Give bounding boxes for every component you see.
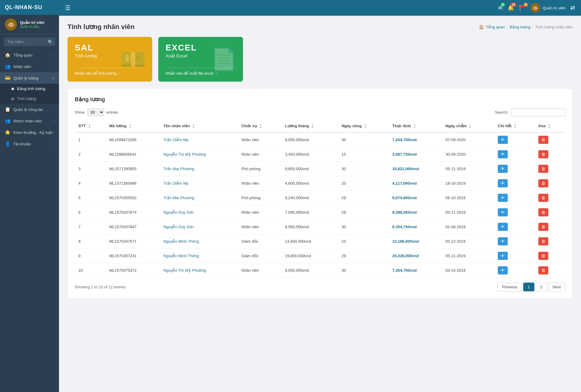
chevron-right-icon: › bbox=[53, 108, 54, 111]
delete-button[interactable]: 🗑 bbox=[538, 150, 548, 158]
cell-ngay-cong: 30 bbox=[338, 132, 389, 147]
cell-chi-tiet[interactable]: 👁 bbox=[494, 162, 535, 176]
view-button[interactable]: 👁 bbox=[498, 237, 508, 245]
content: Tính lương nhân viên 🏠 Tổng quan › Bảng … bbox=[59, 16, 581, 392]
cell-xoa[interactable]: 🗑 bbox=[535, 191, 565, 205]
cell-xoa[interactable]: 🗑 bbox=[535, 234, 565, 249]
cell-chi-tiet[interactable]: 👁 bbox=[494, 132, 535, 147]
salary-table: STT ▲▼ Mã lương ▲▼ Tên nhân viên ▲▼ Chức… bbox=[75, 121, 565, 278]
delete-button[interactable]: 🗑 bbox=[538, 194, 548, 202]
wallet-icon: 💳 bbox=[5, 75, 10, 81]
cell-xoa[interactable]: 🗑 bbox=[535, 162, 565, 176]
excel-card[interactable]: EXCEL Xuất Excel 📄 Nhấn vào để xuất file… bbox=[158, 37, 243, 82]
entries-label: entries bbox=[107, 110, 118, 115]
delete-button[interactable]: 🗑 bbox=[538, 266, 548, 274]
next-button[interactable]: Next bbox=[548, 283, 565, 291]
cell-chi-tiet[interactable]: 👁 bbox=[494, 176, 535, 191]
cell-xoa[interactable]: 🗑 bbox=[535, 263, 565, 278]
sidebar-item-nhom-nhan-vien[interactable]: 👥 Nhóm nhân viên › bbox=[0, 115, 59, 127]
email-button[interactable]: ✉ 4 bbox=[498, 5, 503, 11]
col-ma-luong: Mã lương ▲▼ bbox=[106, 121, 160, 132]
sidebar-item-label: Nhân viên bbox=[13, 64, 31, 69]
col-chuc-vu: Chức vụ ▲▼ bbox=[238, 121, 281, 132]
action-cards: SAL Tính lương 💵 Nhấn vào để tính lương … bbox=[67, 37, 573, 82]
view-button[interactable]: 👁 bbox=[498, 194, 508, 202]
delete-button[interactable]: 🗑 bbox=[538, 237, 548, 245]
cell-stt: 8 bbox=[75, 234, 106, 249]
delete-button[interactable]: 🗑 bbox=[538, 223, 548, 231]
cell-ngay-cham: 05-11-2019 bbox=[442, 162, 494, 176]
breadcrumb: 🏠 Tổng quan › Bảng lương › Tính lương nh… bbox=[479, 25, 573, 29]
delete-button[interactable]: 🗑 bbox=[538, 179, 548, 187]
sidebar-item-label: Khen thưởng - Kỷ luật bbox=[13, 130, 52, 135]
view-button[interactable]: 👁 bbox=[498, 223, 508, 231]
cell-chi-tiet[interactable]: 👁 bbox=[494, 234, 535, 249]
topbar-left: ☰ bbox=[65, 4, 71, 11]
sidebar-item-tong-quan[interactable]: 🏠 Tổng quan › bbox=[0, 49, 59, 61]
delete-button[interactable]: 🗑 bbox=[538, 136, 548, 144]
delete-button[interactable]: 🗑 bbox=[538, 252, 548, 260]
cell-xoa[interactable]: 🗑 bbox=[535, 132, 565, 147]
cell-chi-tiet[interactable]: 👁 bbox=[494, 205, 535, 220]
page-1-button[interactable]: 1 bbox=[523, 283, 534, 291]
cell-xoa[interactable]: 🗑 bbox=[535, 220, 565, 234]
cell-thuc-lanh: 7,354,750vnd bbox=[389, 263, 442, 278]
sidebar-search-wrap[interactable]: 🔍 bbox=[0, 34, 59, 49]
page-2-button[interactable]: 2 bbox=[536, 283, 547, 291]
cell-chi-tiet[interactable]: 👁 bbox=[494, 249, 535, 263]
cell-chi-tiet[interactable]: 👁 bbox=[494, 263, 535, 278]
home-icon: 🏠 bbox=[479, 25, 484, 29]
view-button[interactable]: 👁 bbox=[498, 266, 508, 274]
cell-ngay-cham: 30-08-2020 bbox=[442, 147, 494, 162]
topbar: ☰ ✉ 4 🔔 16 🚩 9 🐵 Quản trị viên ⇄ bbox=[59, 0, 581, 16]
sidebar-item-quan-ly-cong-tac[interactable]: 📋 Quản lý công tác › bbox=[0, 104, 59, 115]
sidebar-item-quan-ly-luong[interactable]: 💳 Quản lý lương ∨ bbox=[0, 72, 59, 84]
breadcrumb-level1[interactable]: Bảng lương bbox=[510, 25, 530, 29]
sal-card[interactable]: SAL Tính lương 💵 Nhấn vào để tính lương … bbox=[67, 37, 152, 82]
delete-button[interactable]: 🗑 bbox=[538, 165, 548, 173]
table-footer: Showing 1 to 10 of 12 entries Previous 1… bbox=[75, 283, 565, 291]
cell-xoa[interactable]: 🗑 bbox=[535, 249, 565, 263]
share-button[interactable]: ⇄ bbox=[570, 5, 575, 11]
group-icon: 👥 bbox=[5, 118, 10, 124]
view-button[interactable]: 👁 bbox=[498, 252, 508, 260]
cell-luong-thang: 9,240,000vnd bbox=[281, 191, 338, 205]
table-row: 3 ML1571390955 Trần Mai Phương Phó phòng… bbox=[75, 162, 565, 176]
col-luong-thang: Lương tháng ▲▼ bbox=[281, 121, 338, 132]
cell-ma-luong: ML1570267874 bbox=[106, 205, 160, 220]
breadcrumb-sep: › bbox=[507, 25, 508, 29]
cell-chi-tiet[interactable]: 👁 bbox=[494, 191, 535, 205]
sidebar-item-tai-khoan[interactable]: 👤 Tài khoản › bbox=[0, 138, 59, 150]
breadcrumb-home[interactable]: Tổng quan bbox=[486, 25, 505, 29]
cell-stt: 7 bbox=[75, 220, 106, 234]
bell-button[interactable]: 🔔 16 bbox=[507, 5, 514, 11]
breadcrumb-current: Tính lương nhân viên bbox=[535, 25, 573, 29]
view-button[interactable]: 👁 bbox=[498, 208, 508, 216]
search-input[interactable] bbox=[6, 37, 48, 46]
cell-luong-thang: 13,800,000vnd bbox=[281, 234, 338, 249]
delete-button[interactable]: 🗑 bbox=[538, 208, 548, 216]
cell-ten: Trần Mai Phương bbox=[160, 191, 238, 205]
cell-chi-tiet[interactable]: 👁 bbox=[494, 220, 535, 234]
cell-xoa[interactable]: 🗑 bbox=[535, 205, 565, 220]
cell-xoa[interactable]: 🗑 bbox=[535, 176, 565, 191]
view-button[interactable]: 👁 bbox=[498, 179, 508, 187]
cell-stt: 6 bbox=[75, 205, 106, 220]
sidebar-item-tinh-luong[interactable]: Tính lương bbox=[0, 94, 59, 104]
flag-button[interactable]: 🚩 9 bbox=[519, 5, 526, 11]
table-search-input[interactable] bbox=[511, 108, 565, 116]
sidebar-item-nhan-vien[interactable]: 👥 Nhân viên › bbox=[0, 61, 59, 72]
hamburger-button[interactable]: ☰ bbox=[65, 4, 71, 11]
view-button[interactable]: 👁 bbox=[498, 150, 508, 158]
view-button[interactable]: 👁 bbox=[498, 136, 508, 144]
topbar-user[interactable]: 🐵 Quản trị viên bbox=[530, 3, 566, 13]
previous-button[interactable]: Previous bbox=[497, 283, 522, 291]
dot-icon bbox=[11, 88, 14, 90]
cell-xoa[interactable]: 🗑 bbox=[535, 147, 565, 162]
sidebar-item-khen-thuong[interactable]: ⭐ Khen thưởng - Kỷ luật › bbox=[0, 127, 59, 138]
view-button[interactable]: 👁 bbox=[498, 165, 508, 173]
bell-badge: 16 bbox=[510, 3, 517, 7]
cell-chi-tiet[interactable]: 👁 bbox=[494, 147, 535, 162]
sidebar-item-bang-tinh-luong[interactable]: Bảng tính lương bbox=[0, 84, 59, 94]
entries-select[interactable]: 10 25 50 100 bbox=[87, 109, 104, 116]
